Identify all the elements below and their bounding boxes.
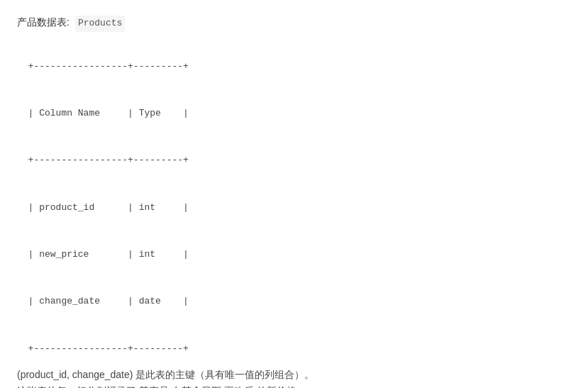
table-border-bot: +-----------------+---------+ xyxy=(28,343,189,354)
table-row-product-id: | product_id | int | xyxy=(28,202,189,213)
table-header: | Column Name | Type | xyxy=(28,108,189,118)
table-border-top: +-----------------+---------+ xyxy=(28,61,189,72)
row-meaning-description: 这张表的每一行分别记录了 某产品 在某个日期 更改后 的新价格。 xyxy=(17,383,571,388)
title-label: 产品数据表: xyxy=(17,14,70,30)
primary-key-description: (product_id, change_date) 是此表的主键（具有唯一值的列… xyxy=(17,367,571,384)
schema-table: +-----------------+---------+ | Column N… xyxy=(17,43,571,357)
title-line: 产品数据表: Products xyxy=(17,14,571,32)
table-row-new-price: | new_price | int | xyxy=(28,249,189,260)
description-block: (product_id, change_date) 是此表的主键（具有唯一值的列… xyxy=(17,367,571,388)
table-name-code: Products xyxy=(75,16,125,32)
table-row-change-date: | change_date | date | xyxy=(28,296,189,306)
table-border-mid: +-----------------+---------+ xyxy=(28,155,189,165)
